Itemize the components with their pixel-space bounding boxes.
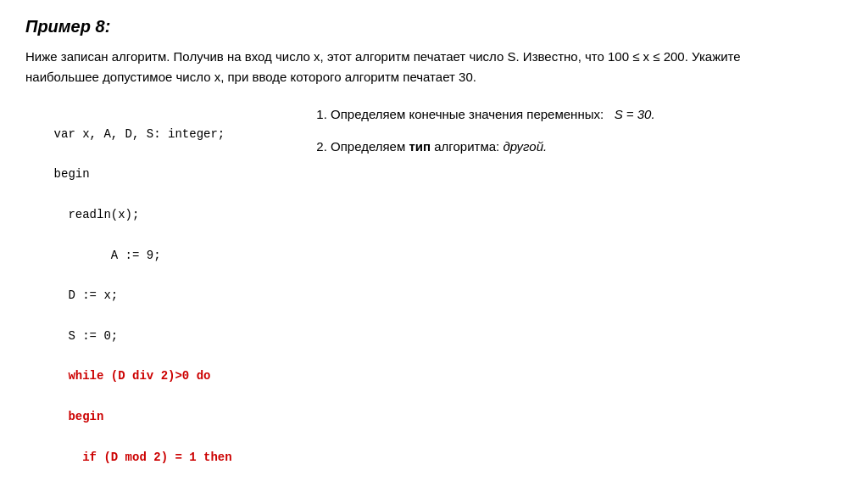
solution-text-1: Определяем конечные значения переменных:… — [331, 107, 655, 121]
code-line-6: S := 0; — [54, 329, 119, 343]
code-line-9: if (D mod 2) = 1 then — [54, 451, 232, 464]
main-content: var x, A, D, S: integer; begin readln(x)… — [25, 104, 843, 487]
page-title: Пример 8: — [25, 17, 843, 36]
code-line-1: var x, A, D, S: integer; — [54, 127, 225, 141]
code-line-8: begin — [54, 410, 104, 423]
solution-item-2: Определяем тип алгоритма: другой. — [331, 137, 843, 157]
solution-item-1: Определяем конечные значения переменных:… — [331, 104, 843, 125]
solution-text-2: Определяем тип алгоритма: другой. — [331, 139, 547, 154]
code-line-4: A := 9; — [54, 249, 161, 262]
code-block: var x, A, D, S: integer; begin readln(x)… — [25, 104, 280, 487]
code-line-3: readln(x); — [54, 208, 140, 221]
code-line-7: while (D div 2)>0 do — [54, 369, 211, 383]
description: Ниже записан алгоритм. Получив на вход ч… — [25, 47, 788, 87]
code-line-2: begin — [54, 167, 90, 181]
code-line-5: D := x; — [54, 288, 119, 302]
solution-block: Определяем конечные значения переменных:… — [314, 104, 843, 169]
